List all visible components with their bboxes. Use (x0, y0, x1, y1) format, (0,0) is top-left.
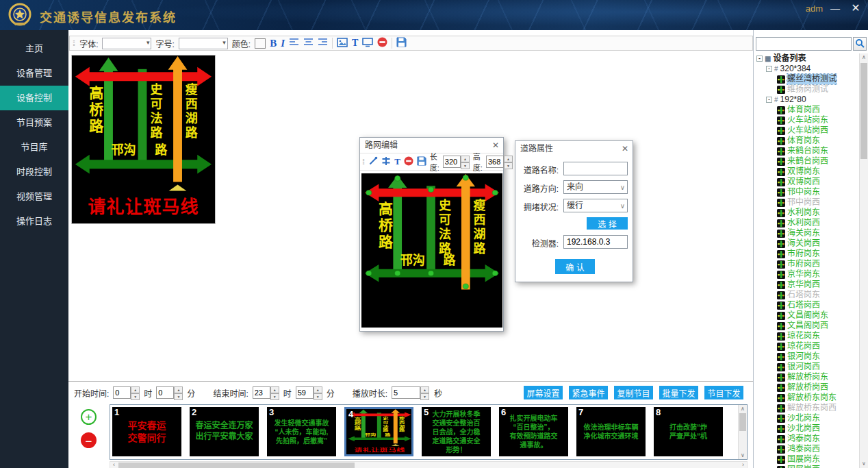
scroll-down-icon[interactable]: ∨ (860, 460, 868, 468)
device-tree-item[interactable]: 来鹤台岗东 (755, 146, 858, 156)
save-icon[interactable] (396, 37, 407, 49)
collapse-icon[interactable]: - (756, 56, 763, 62)
spin-up-icon[interactable]: ▲ (461, 156, 470, 162)
playlist-horizontal-scrollbar[interactable]: ‹ › (110, 461, 748, 468)
scrollbar-thumb[interactable] (860, 63, 867, 159)
scrollbar-thumb[interactable] (118, 463, 355, 468)
road-node-icon[interactable] (381, 156, 391, 167)
confirm-button[interactable]: 确 认 (555, 259, 595, 274)
device-tree-item[interactable]: 体育岗东 (755, 136, 858, 146)
device-tree-item[interactable]: 鸿泰岗西 (755, 444, 858, 454)
search-button[interactable] (853, 37, 867, 51)
spin-up-icon[interactable]: ▲ (504, 156, 513, 162)
sidebar-item[interactable]: 操作日志 (0, 209, 68, 234)
sidebar-item[interactable]: 主页 (0, 36, 68, 61)
sidebar-item[interactable]: 节目预案 (0, 110, 68, 135)
scroll-down-icon[interactable]: ∨ (739, 452, 747, 459)
length-stepper[interactable]: ▲▼ (443, 156, 470, 168)
device-tree-item[interactable]: 国展岗东 (755, 454, 858, 465)
dialog-sign-slot[interactable]: 高桥路 史可法路 瘦西湖路 邗沟 路 (361, 173, 502, 328)
scroll-left-icon[interactable]: ‹ (110, 462, 118, 468)
device-tree-item[interactable]: 琼花岗东 (755, 331, 858, 341)
align-center-icon[interactable] (303, 38, 314, 49)
scroll-up-icon[interactable]: ∧ (739, 405, 747, 412)
sidebar-item[interactable]: 视频管理 (0, 184, 68, 209)
sidebar-item[interactable]: 设备控制 (0, 86, 68, 110)
font-family-select[interactable]: ▾ (102, 38, 151, 49)
dialog-titlebar[interactable]: 路网编辑 ✕ (360, 138, 503, 153)
align-right-icon[interactable] (318, 38, 328, 49)
device-tree-item[interactable]: 水利岗西 (755, 218, 858, 228)
duration-stepper[interactable]: ▲▼ (392, 386, 430, 399)
spin-up-icon[interactable]: ▲ (174, 386, 183, 393)
height-stepper[interactable]: ▲▼ (486, 156, 513, 168)
device-tree-item[interactable]: 鸿泰岗东 (755, 434, 858, 444)
design-canvas[interactable]: 高桥路 史可法路 瘦西湖路 邗沟 路 请礼让斑马线 路网编辑 ✕ ⁞⁞ T 长度… (68, 51, 753, 382)
playlist-thumbnail[interactable]: 6 扎实开展电动车“百日整治”，有效预防道路交通事故。 (499, 407, 568, 456)
bold-button[interactable]: B (270, 38, 277, 49)
action-button[interactable]: 屏幕设置 (524, 386, 563, 399)
device-tree-item[interactable]: 市府岗东 (755, 249, 858, 259)
sidebar-item[interactable]: 时段控制 (0, 160, 68, 184)
insert-image-icon[interactable] (337, 38, 348, 49)
font-size-select[interactable]: ▾ (179, 38, 228, 49)
spin-up-icon[interactable]: ▲ (420, 386, 429, 393)
draw-road-icon[interactable] (368, 156, 378, 167)
device-tree-item[interactable]: 银河岗东 (755, 352, 858, 362)
end-hour-input[interactable] (253, 386, 270, 399)
start-minute-input[interactable] (156, 386, 174, 399)
delete-stop-icon[interactable] (404, 156, 413, 167)
spin-down-icon[interactable]: ▼ (174, 393, 183, 400)
collapse-icon[interactable]: - (766, 66, 772, 72)
playlist-thumbnail[interactable]: 2 春运安全连万家出行平安靠大家 (190, 407, 259, 456)
device-tree-item[interactable]: 邗中岗东 (755, 187, 858, 197)
road-name-input[interactable] (563, 162, 628, 175)
select-detector-button[interactable]: 选 择 (587, 217, 628, 230)
device-tree-item[interactable]: 螺丝湾桥测试 (755, 74, 858, 84)
italic-button[interactable]: I (281, 38, 285, 49)
playlist-thumbnail[interactable]: 8 打击改装“炸严查严处“机 (654, 407, 723, 456)
toolbar-grip[interactable]: ⁞⁞ (73, 39, 74, 47)
duration-input[interactable] (392, 386, 420, 399)
device-tree-item[interactable]: 双博岗东 (755, 167, 858, 177)
align-left-icon[interactable] (289, 38, 299, 49)
scrollbar-thumb[interactable] (739, 413, 746, 431)
device-tree-item[interactable]: 沙北岗西 (755, 423, 858, 434)
spin-down-icon[interactable]: ▼ (270, 393, 279, 400)
color-swatch[interactable] (255, 38, 266, 49)
sidebar-item[interactable]: 节目库 (0, 135, 68, 160)
device-tree-item[interactable]: 解放桥岗东 (755, 372, 858, 382)
device-tree-item[interactable]: 水利岗东 (755, 208, 858, 218)
device-tree-item[interactable]: 市府岗西 (755, 259, 858, 269)
height-input[interactable] (486, 156, 504, 168)
save-icon[interactable] (417, 156, 426, 167)
spin-up-icon[interactable]: ▲ (270, 386, 279, 393)
device-tree-item[interactable]: 京华岗西 (755, 280, 858, 290)
device-tree-item[interactable]: 琼花岗西 (755, 341, 858, 352)
device-tree-item[interactable]: 海关岗东 (755, 228, 858, 238)
tree-group[interactable]: - # 192*80 (755, 95, 858, 105)
playlist-thumbnail[interactable]: 7 依法治理非标车辆净化城市交通环境 (576, 407, 646, 456)
toolbar-grip[interactable]: ⁞⁞ (362, 158, 363, 166)
spin-down-icon[interactable]: ▼ (131, 393, 140, 400)
insert-text-icon[interactable]: T (352, 38, 358, 49)
action-button[interactable]: 复制节目 (614, 386, 653, 399)
device-tree-item[interactable]: 银河岗西 (755, 362, 858, 372)
dialog-titlebar[interactable]: 道路属性 ✕ (515, 141, 633, 156)
start-hour-input[interactable] (113, 386, 131, 399)
device-tree-item[interactable]: 双博岗西 (755, 177, 858, 187)
end-hour-stepper[interactable]: ▲▼ (253, 386, 279, 399)
playlist-thumbnail[interactable]: 3 发生轻微交通事故“人未伤，车能动,先拍照，后撤离” (267, 407, 336, 456)
sidebar-item[interactable]: 设备管理 (0, 61, 68, 86)
spin-down-icon[interactable]: ▼ (461, 162, 470, 169)
end-minute-input[interactable] (296, 386, 314, 399)
device-tree-item[interactable]: 解放桥岗西 (755, 382, 858, 393)
close-button[interactable]: ✕ (847, 1, 864, 15)
road-direction-select[interactable]: 来向∨ (563, 180, 628, 194)
device-tree-item[interactable]: 文昌阁岗西 (755, 321, 858, 331)
device-tree-item[interactable]: 沙北岗东 (755, 413, 858, 423)
spin-up-icon[interactable]: ▲ (314, 386, 322, 393)
length-input[interactable] (443, 156, 461, 168)
device-tree-item[interactable]: 海关岗西 (755, 238, 858, 249)
device-tree-item[interactable]: 解放桥东岗东 (755, 393, 858, 403)
